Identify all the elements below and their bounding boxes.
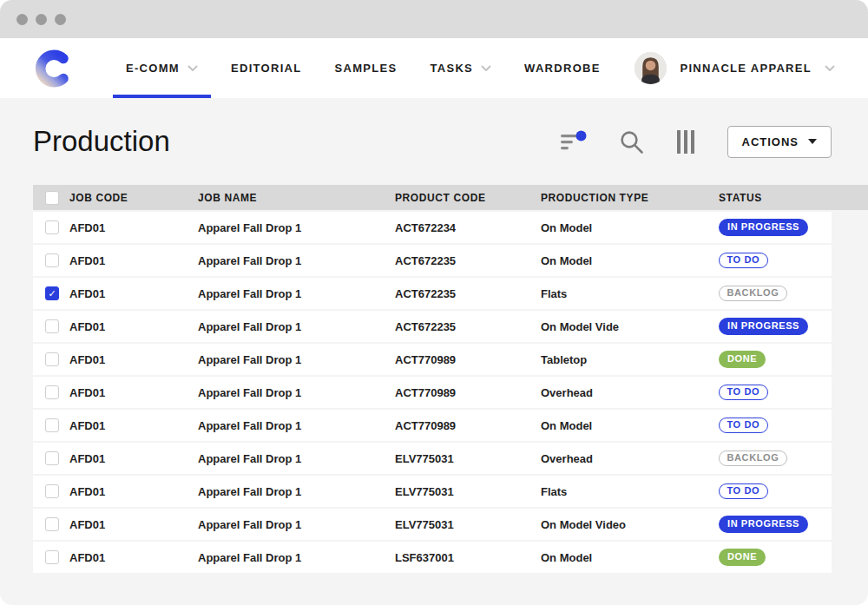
table-row[interactable]: AFD01 Apparel Fall Drop 1 ELV775031 Flat… (33, 476, 832, 507)
cell-job-code: AFD01 (69, 485, 198, 498)
cell-status: IN PROGRESS (719, 219, 832, 236)
row-checkbox[interactable] (45, 286, 59, 300)
column-header-job-name[interactable]: JOB NAME (198, 192, 395, 204)
row-checkbox[interactable] (45, 319, 59, 333)
actions-button[interactable]: ACTIONS (727, 126, 832, 158)
cell-production-type: On Model (541, 221, 719, 234)
cell-status: TO DO (719, 418, 832, 434)
cell-status: TO DO (719, 253, 832, 269)
row-checkbox[interactable] (45, 517, 59, 531)
table-row[interactable]: AFD01 Apparel Fall Drop 1 ELV775031 On M… (33, 509, 832, 540)
chevron-down-icon (187, 65, 198, 71)
cell-production-type: Overhead (541, 452, 719, 465)
column-header-status[interactable]: STATUS (719, 192, 868, 204)
account-name: PINNACLE APPAREL (680, 62, 812, 75)
column-header-job-code[interactable]: JOB CODE (69, 192, 198, 204)
chevron-down-icon (481, 65, 491, 71)
nav-tabs: E-COMM EDITORIAL SAMPLES TASKS WARDROBE (109, 38, 617, 98)
cell-status: BACKLOG (719, 450, 832, 467)
row-checkbox[interactable] (45, 253, 59, 267)
cell-production-type: On Model (541, 254, 719, 267)
cell-status: TO DO (719, 385, 832, 401)
table-row[interactable]: AFD01 Apparel Fall Drop 1 ACT672235 On M… (33, 245, 832, 276)
table-row[interactable]: AFD01 Apparel Fall Drop 1 ACT672234 On M… (33, 212, 832, 243)
avatar (635, 52, 667, 84)
header-checkbox-cell (33, 191, 69, 205)
row-checkbox-cell (33, 352, 69, 366)
row-checkbox[interactable] (45, 550, 59, 564)
nav-tab-label: SAMPLES (335, 62, 398, 75)
cell-product-code: ACT672235 (395, 254, 541, 267)
row-checkbox[interactable] (45, 352, 59, 366)
account-menu[interactable]: PINNACLE APPAREL (635, 38, 835, 98)
table-row[interactable]: AFD01 Apparel Fall Drop 1 ACT672235 On M… (33, 311, 832, 342)
window-control-dot-2[interactable] (36, 14, 47, 25)
brand-logo[interactable] (33, 38, 73, 98)
row-checkbox[interactable] (45, 484, 59, 498)
status-badge: BACKLOG (719, 450, 787, 467)
cell-job-code: AFD01 (69, 419, 198, 432)
row-checkbox-cell (33, 319, 69, 333)
cell-product-code: ELV775031 (395, 518, 541, 531)
cell-job-name: Apparel Fall Drop 1 (198, 254, 395, 267)
table-row[interactable]: AFD01 Apparel Fall Drop 1 ACT672235 Flat… (33, 278, 832, 309)
columns-button[interactable] (676, 129, 695, 155)
nav-tab-wardrobe[interactable]: WARDROBE (511, 38, 614, 98)
cell-job-code: AFD01 (69, 452, 198, 465)
cell-job-code: AFD01 (69, 320, 198, 333)
nav-tab-e-comm[interactable]: E-COMM (113, 38, 211, 98)
actions-button-label: ACTIONS (742, 135, 799, 148)
row-checkbox[interactable] (45, 220, 59, 234)
cell-product-code: ACT672235 (395, 320, 541, 333)
table-row[interactable]: AFD01 Apparel Fall Drop 1 LSF637001 On M… (33, 542, 832, 573)
cell-job-code: AFD01 (69, 386, 198, 399)
column-header-product-code[interactable]: PRODUCT CODE (395, 192, 541, 204)
cell-product-code: ACT770989 (395, 353, 541, 366)
row-checkbox[interactable] (45, 385, 59, 399)
cell-production-type: Flats (541, 485, 719, 498)
row-checkbox[interactable] (45, 418, 59, 432)
cell-job-name: Apparel Fall Drop 1 (198, 320, 395, 333)
cell-product-code: ACT672234 (395, 221, 541, 234)
window-control-dot-1[interactable] (16, 14, 28, 25)
row-checkbox[interactable] (45, 451, 59, 465)
row-checkbox-cell (33, 484, 69, 498)
cell-job-code: AFD01 (69, 518, 198, 531)
avatar-photo (635, 52, 667, 84)
row-checkbox-cell (33, 517, 69, 531)
cell-job-code: AFD01 (69, 221, 198, 234)
column-header-production-type[interactable]: PRODUCTION TYPE (541, 192, 719, 204)
status-badge: TO DO (719, 253, 768, 269)
cell-job-code: AFD01 (69, 353, 198, 366)
filter-button[interactable] (560, 130, 587, 154)
select-all-checkbox[interactable] (45, 191, 59, 205)
table-row[interactable]: AFD01 Apparel Fall Drop 1 ELV775031 Over… (33, 443, 832, 474)
cell-product-code: LSF637001 (395, 551, 541, 564)
cell-production-type: On Model (541, 419, 719, 432)
status-badge: TO DO (719, 418, 768, 434)
brand-c-logo-icon (33, 49, 73, 89)
table-body: AFD01 Apparel Fall Drop 1 ACT672234 On M… (33, 212, 832, 573)
cell-job-name: Apparel Fall Drop 1 (198, 221, 395, 234)
toolbar: ACTIONS (560, 126, 832, 158)
status-badge: IN PROGRESS (719, 318, 808, 335)
cell-job-code: AFD01 (69, 287, 198, 300)
search-button[interactable] (619, 129, 644, 155)
nav-tab-samples[interactable]: SAMPLES (322, 38, 411, 98)
window-titlebar (0, 0, 868, 38)
cell-production-type: Tabletop (541, 353, 719, 366)
row-checkbox-cell (33, 385, 69, 399)
nav-tab-tasks[interactable]: TASKS (417, 38, 504, 98)
table-header: JOB CODEJOB NAMEPRODUCT CODEPRODUCTION T… (33, 185, 868, 210)
row-checkbox-cell (33, 253, 69, 267)
row-checkbox-cell (33, 220, 69, 234)
status-badge: DONE (719, 351, 766, 368)
table-row[interactable]: AFD01 Apparel Fall Drop 1 ACT770989 Tabl… (33, 344, 832, 375)
window-control-dot-3[interactable] (55, 14, 66, 25)
nav-tab-label: WARDROBE (524, 62, 601, 75)
table-row[interactable]: AFD01 Apparel Fall Drop 1 ACT770989 On M… (33, 410, 832, 441)
row-checkbox-cell (33, 418, 69, 432)
caret-down-icon (808, 139, 817, 144)
nav-tab-editorial[interactable]: EDITORIAL (218, 38, 315, 98)
table-row[interactable]: AFD01 Apparel Fall Drop 1 ACT770989 Over… (33, 377, 832, 408)
